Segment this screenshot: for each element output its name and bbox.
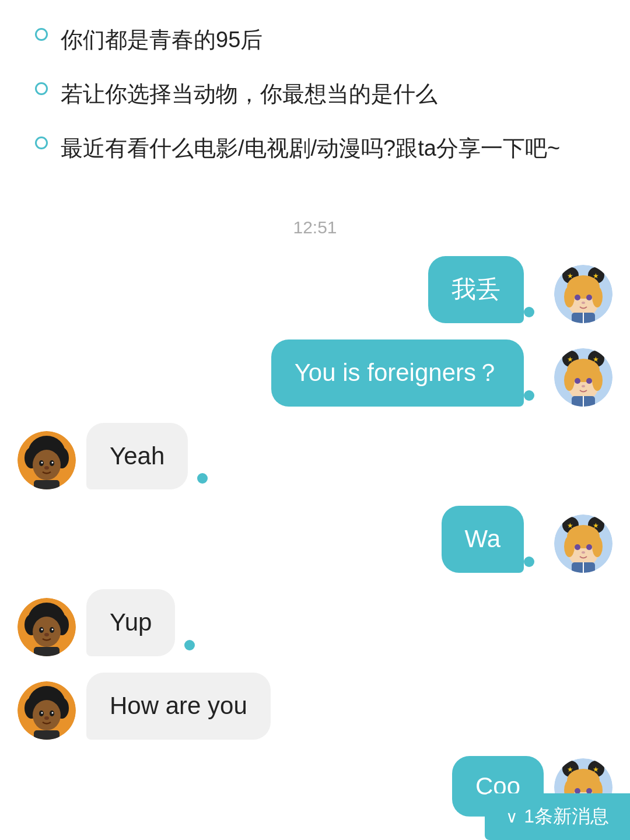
svg-point-72 [52, 712, 54, 713]
svg-point-47 [592, 536, 603, 557]
svg-point-62 [44, 633, 49, 636]
svg-point-48 [575, 544, 580, 550]
avatar-boy-3 [18, 681, 76, 740]
suggestion-text-2: 若让你选择当动物，你最想当的是什么 [61, 78, 438, 111]
svg-point-32 [33, 450, 61, 480]
message-row-6: How are you [18, 673, 612, 740]
sent-dot-2 [524, 390, 534, 401]
suggestion-text-3: 最近有看什么电影/电视剧/动漫吗?跟ta分享一下吧~ [61, 132, 560, 165]
message-row-3: Yeah [18, 423, 612, 490]
svg-point-37 [44, 466, 49, 470]
received-dot-1 [197, 473, 208, 484]
svg-point-68 [33, 700, 61, 730]
bubble-sent-3: Wa [442, 506, 524, 573]
chevron-down-icon: ∨ [506, 807, 518, 827]
svg-point-9 [575, 295, 580, 300]
svg-point-49 [586, 544, 592, 550]
svg-rect-38 [34, 480, 60, 489]
svg-point-60 [41, 628, 43, 630]
svg-point-8 [592, 286, 603, 307]
suggestion-item-1[interactable]: 你们都是青春的95后 [35, 23, 595, 57]
avatar-boy-1 [18, 431, 76, 489]
svg-point-11 [582, 302, 585, 304]
bubble-received-2: Yup [86, 589, 175, 656]
timestamp-divider: 12:51 [0, 204, 630, 256]
bubble-received-3: How are you [86, 673, 271, 740]
bullet-icon [35, 136, 48, 149]
message-row-5: Yup [18, 589, 612, 656]
timestamp-label: 12:51 [293, 218, 337, 237]
avatar-girl-1: ★ ★ [554, 265, 612, 323]
new-message-bar[interactable]: ∨ 1条新消息 [485, 793, 630, 840]
sent-dot [524, 307, 534, 317]
svg-point-22 [592, 370, 603, 391]
svg-point-46 [564, 536, 575, 557]
suggestion-text-1: 你们都是青春的95后 [61, 23, 262, 57]
bubble-sent-2: You is foreigners？ [271, 340, 524, 407]
suggestion-item-3[interactable]: 最近有看什么电影/电视剧/动漫吗?跟ta分享一下吧~ [35, 132, 595, 165]
bullet-icon [35, 82, 48, 95]
received-dot-2 [184, 640, 195, 650]
svg-point-21 [564, 370, 575, 391]
message-row-1: ★ ★ 我丢 [18, 256, 612, 323]
avatar-boy-2 [18, 598, 76, 656]
bubble-received-1: Yeah [86, 423, 188, 490]
svg-point-23 [575, 378, 580, 384]
svg-point-61 [52, 628, 54, 630]
svg-point-71 [41, 712, 43, 713]
bubble-sent-1: 我丢 [428, 256, 524, 323]
suggestions-section: 你们都是青春的95后 若让你选择当动物，你最想当的是什么 最近有看什么电影/电视… [0, 0, 630, 204]
svg-point-50 [582, 551, 585, 554]
svg-point-36 [52, 462, 54, 464]
new-message-label: 1条新消息 [524, 804, 609, 830]
svg-point-57 [33, 617, 61, 647]
bullet-icon [35, 28, 48, 41]
svg-point-10 [586, 295, 592, 300]
svg-point-35 [41, 462, 43, 464]
svg-point-7 [564, 286, 575, 307]
svg-rect-63 [34, 647, 60, 656]
avatar-girl-3: ★ ★ [554, 514, 612, 573]
suggestion-item-2[interactable]: 若让你选择当动物，你最想当的是什么 [35, 78, 595, 111]
svg-rect-74 [34, 730, 60, 740]
svg-point-25 [582, 385, 585, 387]
message-row-2: ★ ★ You is foreigners？ [18, 340, 612, 407]
avatar-girl-2: ★ ★ [554, 348, 612, 407]
svg-point-73 [44, 716, 49, 720]
message-row-4: ★ ★ Wa [18, 506, 612, 573]
chat-area: ★ ★ 我丢 [0, 256, 630, 822]
sent-dot-3 [524, 556, 534, 567]
svg-point-24 [586, 378, 592, 384]
